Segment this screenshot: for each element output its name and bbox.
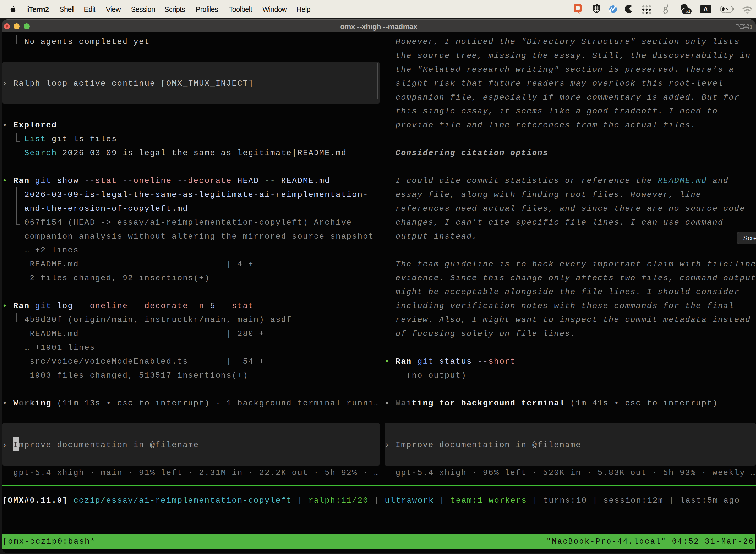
svg-text:..61: ..61 (683, 9, 690, 14)
svg-text:1: 1 (750, 23, 752, 30)
svg-text:A: A (703, 6, 708, 13)
